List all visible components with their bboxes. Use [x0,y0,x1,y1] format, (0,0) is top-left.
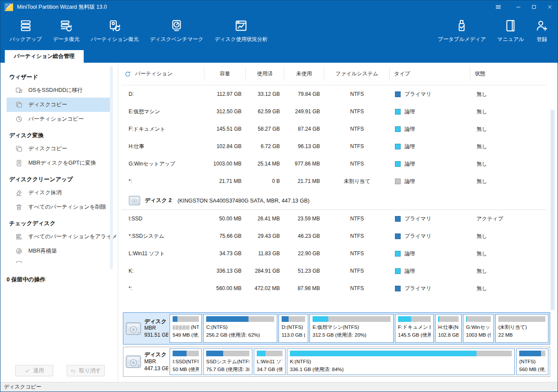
status-bar: ディスクコピー [0,382,558,392]
column-header-label: 状態 [475,70,485,78]
tab-partition-management[interactable]: パーティション総合管理 [5,50,84,63]
toolbar-button-label: パーティション復元 [91,36,139,43]
partition-block[interactable]: (未割り当て)22 MB [495,314,548,343]
partition-row[interactable]: *:21.71 MB0 B21.71 MB未割り当て論理無し [122,172,546,190]
type-color-square [395,109,401,115]
cell-status: 無し [470,267,546,275]
disk-card[interactable]: ディスク 2MBR447.13 GB [125,348,168,375]
partition-block[interactable]: SSDシステム(NTFS)75.7 GB (使用済: 38%) [203,348,252,375]
partition-row[interactable]: I:SSD50.00 MB26.41 MB23.59 MBNTFSプライマリアク… [122,210,546,227]
sidebar-item[interactable]: OSをSSD/HDDに移行 [7,83,111,98]
column-header-cap[interactable]: 容量 [204,68,246,81]
partition-block[interactable]: (NTFS)560 MB (使用 [516,348,548,375]
partition-block[interactable]: E:仮想マシン(NTFS)312.5 GB (使用済: 20%) [310,314,394,343]
disk-size: 931.51 GB [144,332,168,339]
type-label: 論理 [405,143,415,150]
type-label: 論理 [405,160,415,168]
usage-bar [257,351,282,356]
cell-used: 472.02 MB [246,285,284,291]
partition-label: G:Winセットアップ [466,324,491,331]
usage-bar-fill [173,316,177,322]
toolbar-disk-benchmark-button[interactable]: ディスクベンチマーク [144,14,209,50]
window-controls [490,0,558,14]
table-scrollbar-thumb[interactable] [551,110,555,310]
partition-row[interactable]: G:Winセットアップ1003.00 MB25.14 MB977.86 MBNT… [122,155,546,172]
cell-type: プライマリ [390,285,470,292]
column-header-type[interactable]: タイプ [390,68,470,81]
disk-card[interactable]: ディスク 1MBR931.51 GB [125,314,168,343]
cell-fs: NTFS [324,233,390,239]
sidebar-item[interactable]: MBRディスクをGPTに変換 [7,156,111,170]
toolbar-backup-button[interactable]: バックアップ [4,14,48,50]
close-button[interactable] [542,0,558,14]
sidebar-item[interactable]: ディスクコピー [7,142,111,156]
cell-used: 25.14 MB [246,161,284,167]
partition-block[interactable]: L:Win11 ソフト34.7 GB (使用 [254,348,286,375]
sidebar-item[interactable] [7,258,111,263]
partition-row[interactable]: D:112.97 GB33.12 GB79.84 GBNTFSプライマリ無し [122,85,546,103]
partition-block[interactable]: G:Winセットアップ1003 MB (使用 [463,314,494,343]
disk-benchmark-icon [170,19,183,32]
partition-block[interactable]: I:SSD(NTFS)50 MB (使用済 [170,348,202,375]
toolbar: バックアップデータ復元パーティション復元ディスクベンチマークディスク使用状況分析… [0,14,558,50]
toolbar-data-recovery-button[interactable]: データ復元 [48,14,85,50]
disk-scheme: MBR [144,325,168,332]
column-header-st[interactable]: 状態 [470,68,546,81]
minimize-button[interactable] [510,0,526,14]
hdd-icon [126,355,141,368]
sidebar-item[interactable]: ディスク抹消 [7,186,111,200]
partition-block[interactable]: (NTFS)549 MB (使用 [170,314,202,343]
cell-used: 0 B [246,178,284,184]
maximize-button[interactable] [526,0,542,14]
partition-size: 102.8 GB (使 [438,331,459,339]
toolbar-manual-button[interactable]: マニュアル [492,14,530,50]
column-header-fs[interactable]: ファイルシステム [324,68,390,81]
refresh-icon[interactable] [124,71,131,78]
sidebar-scrollbar[interactable] [110,66,113,269]
partition-row[interactable]: *:SSDシステム75.66 GB29.43 GB46.23 GBNTFSプライ… [122,227,546,245]
cell-cap: 102.84 GB [204,143,246,149]
sidebar-item[interactable]: パーティションコピー [7,112,111,126]
disk-wipe-icon [15,189,23,196]
toolbar-bootable-media-button[interactable]: ブータブルメディア [432,14,491,50]
usage-bar-fill [206,351,223,356]
sidebar-item[interactable]: MBR再構築 [7,244,111,258]
partition-row[interactable]: L:Win11 ソフト34.73 GB11.83 GB22.90 GBNTFS論… [122,245,546,262]
partition-block[interactable]: H:仕事(NTFS)102.8 GB (使 [435,314,462,343]
partition-block[interactable]: F:ドキュメント(NTFS)145.5 GB (使用済 [395,314,434,343]
toolbar-disk-usage-button[interactable]: ディスク使用状況分析 [209,14,273,50]
partition-row[interactable]: E:仮想マシン312.50 GB62.59 GB249.91 GBNTFS論理無… [122,103,546,120]
cell-un: 23.59 MB [284,216,324,222]
table-scrollbar[interactable] [551,110,555,310]
column-header-name[interactable]: パーティション [122,68,204,81]
partition-block[interactable]: C:(NTFS)256.2 GB (使用済: 62%) [203,314,277,343]
sidebar-item[interactable]: ディスクコピー [7,98,111,112]
sidebar-item[interactable]: すべてのパーティションをアライメント [7,230,111,244]
sidebar-item[interactable]: すべてのパーティションを削除 [7,200,111,214]
disk-name: ディスク 2 [144,351,168,358]
menu-button[interactable] [490,0,506,14]
partition-row[interactable]: F:ドキュメント145.51 GB58.27 GB87.24 GBNTFS論理無… [122,120,546,138]
toolbar-partition-recovery-button[interactable]: パーティション復元 [85,14,144,50]
sidebar-item-label: MBRディスクをGPTに変換 [28,159,96,167]
cell-cap: 50.00 MB [204,216,246,222]
column-header-used[interactable]: 使用済 [246,68,284,81]
toolbar-register-button[interactable]: 登録 [530,14,554,50]
undo-button[interactable]: 取り消す [67,365,105,376]
type-color-square [395,268,401,274]
apply-button[interactable]: 適用 [15,365,53,376]
partition-block[interactable]: D:(NTFS)113.0 GB (使 [279,314,308,343]
partition-size: 22 MB [498,331,545,339]
hdd-icon [129,196,140,206]
partition-row[interactable]: H:仕事102.84 GB6.72 GB96.13 GBNTFS論理無し [122,138,546,155]
partition-name: K:(NTFS) [290,359,311,364]
partition-block[interactable]: K:(NTFS)336.1 GB (使用済: 84%) [287,348,515,375]
type-label: 論理 [405,178,415,185]
partition-row[interactable]: K:336.13 GB284.91 GB51.23 GBNTFS論理無し [122,262,546,280]
cell-cap: 1003.00 MB [204,161,246,167]
column-header-un[interactable]: 未使用 [284,68,324,81]
partition-row[interactable]: *:560.00 MB472.02 MB87.98 MBNTFSプライマリ無し [122,280,546,297]
disk-group-header[interactable]: ディスク 2 (KINGSTON SA400S37480G SATA, MBR,… [122,192,546,210]
cell-un: 977.86 MB [284,161,324,167]
partition-label: (NTFS) [519,358,545,366]
